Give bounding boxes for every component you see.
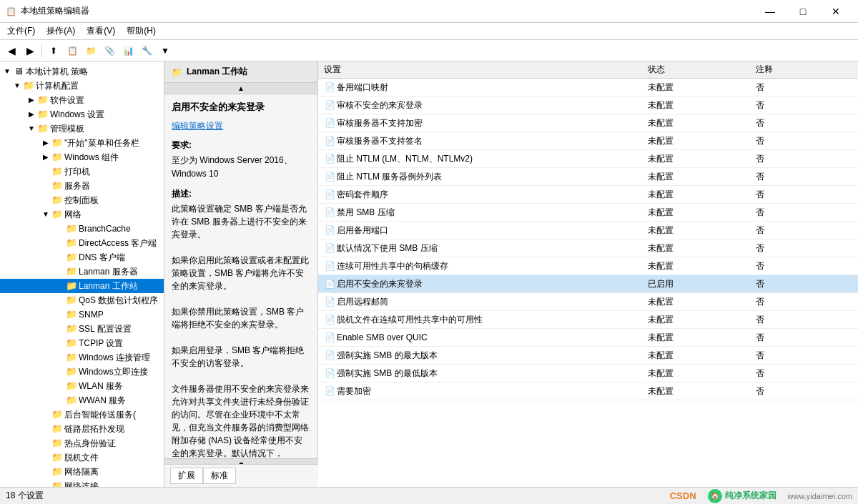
toolbar-btn-chart[interactable]: 📊 [119, 42, 137, 59]
tree-network[interactable]: ▼ 📁 网络 [0, 207, 164, 222]
table-row[interactable]: 📄禁用 SMB 压缩 未配置 否 [318, 204, 858, 222]
setting-status: 未配置 [642, 186, 750, 204]
tree-icon-qos: 📁 [66, 295, 77, 305]
table-row[interactable]: 📄启用备用端口 未配置 否 [318, 222, 858, 239]
tree-lltd[interactable]: 📁 链路层拓扑发现 [0, 422, 164, 436]
tree-dns-client[interactable]: 📁 DNS 客户端 [0, 250, 164, 265]
tab-extended[interactable]: 扩展 [170, 468, 203, 484]
settings-table: 设置 状态 注释 📄备用端口映射 未配置 否 📄审核不安全的来宾登录 未配置 否… [318, 61, 858, 400]
setting-name: 📄阻止 NTLM (LM、NTLM、NTLMv2) [318, 150, 642, 168]
app-icon: 📋 [6, 6, 16, 16]
tree-icon-bits: 📁 [51, 410, 63, 420]
table-row[interactable]: 📄阻止 NTLM 服务器例外列表 未配置 否 [318, 168, 858, 186]
setting-note: 否 [750, 132, 858, 150]
tabs-row: 扩展 标准 [164, 464, 318, 487]
policy-link[interactable]: 编辑策略设置 [172, 121, 223, 131]
setting-icon: 📄 [324, 243, 335, 253]
table-row[interactable]: 📄需要加密 未配置 否 [318, 382, 858, 400]
setting-icon: 📄 [324, 189, 335, 199]
close-button[interactable]: ✕ [819, 0, 852, 23]
table-row[interactable]: 📄Enable SMB over QUIC 未配置 否 [318, 329, 858, 347]
tree-directaccess[interactable]: 📁 DirectAccess 客户端 [0, 236, 164, 250]
table-row[interactable]: 📄强制实施 SMB 的最低版本 未配置 否 [318, 365, 858, 382]
tree-net-isolation[interactable]: 📁 网络隔离 [0, 465, 164, 479]
menu-action[interactable]: 操作(A) [42, 24, 79, 39]
setting-status: 未配置 [642, 150, 750, 168]
toolbar-btn-show[interactable]: ⬆ [45, 42, 62, 59]
tree-offline-files[interactable]: 📁 脱机文件 [0, 450, 164, 465]
tree-label-wc: Windows 组件 [64, 151, 119, 164]
tree-toggle-dns [54, 251, 66, 264]
tree-win-settings[interactable]: ▶ 📁 Windows 设置 [0, 107, 164, 122]
toolbar-btn-filter[interactable]: ▼ [157, 42, 174, 59]
tree-snmp[interactable]: 📁 SNMP [0, 307, 164, 322]
tree-server[interactable]: 📁 服务器 [0, 179, 164, 193]
tree-label-wwan: WWAN 服务 [79, 394, 126, 407]
toolbar-back[interactable]: ◀ [3, 42, 20, 59]
table-row[interactable]: 📄阻止 NTLM (LM、NTLM、NTLMv2) 未配置 否 [318, 150, 858, 168]
tree-toggle-da [54, 237, 66, 249]
setting-name: 📄禁用 SMB 压缩 [318, 204, 642, 222]
table-row[interactable]: 📄默认情况下使用 SMB 压缩 未配置 否 [318, 239, 858, 257]
tree-net-connection[interactable]: 📁 网络连接 [0, 479, 164, 487]
middle-content: 启用不安全的来宾登录 编辑策略设置 要求: 至少为 Windows Server… [164, 94, 317, 487]
setting-icon: 📄 [324, 172, 335, 182]
tree-computer-config[interactable]: ▼ 📁 计算机配置 [0, 79, 164, 93]
tree-start-menu[interactable]: ▶ 📁 "开始"菜单和任务栏 [0, 136, 164, 150]
setting-note: 否 [750, 222, 858, 239]
table-row[interactable]: 📄强制实施 SMB 的最大版本 未配置 否 [318, 347, 858, 365]
tree-win-connection-mgr[interactable]: 📁 Windows 连接管理 [0, 350, 164, 365]
table-row[interactable]: 📄密码套件顺序 未配置 否 [318, 186, 858, 204]
tree-panel[interactable]: ▼ 🖥 本地计算机 策略 ▼ 📁 计算机配置 ▶ 📁 软件设置 ▶ 📁 Wind… [0, 61, 164, 487]
tree-qos[interactable]: 📁 QoS 数据包计划程序 [0, 293, 164, 307]
tree-wlan[interactable]: 📁 WLAN 服务 [0, 379, 164, 393]
tree-ssl[interactable]: 📁 SSL 配置设置 [0, 322, 164, 336]
tree-software-settings[interactable]: ▶ 📁 软件设置 [0, 93, 164, 107]
tree-bits[interactable]: 📁 后台智能传送服务( [0, 407, 164, 422]
tree-control-panel[interactable]: 📁 控制面板 [0, 193, 164, 207]
menu-file[interactable]: 文件(F) [3, 24, 39, 39]
tree-hotspot[interactable]: 📁 热点身份验证 [0, 436, 164, 450]
tree-toggle-wlan [54, 380, 66, 392]
toolbar-forward[interactable]: ▶ [21, 42, 39, 59]
tree-win-instant-connect[interactable]: 📁 Windows立即连接 [0, 365, 164, 379]
toolbar-btn-export[interactable]: 📋 [64, 42, 81, 59]
tree-label-root: 本地计算机 策略 [26, 65, 88, 78]
tab-standard[interactable]: 标准 [203, 468, 236, 484]
setting-note: 否 [750, 114, 858, 132]
table-row[interactable]: 📄审核不安全的来宾登录 未配置 否 [318, 97, 858, 114]
table-row[interactable]: 📄备用端口映射 未配置 否 [318, 79, 858, 97]
table-row[interactable]: 📄审核服务器不支持加密 未配置 否 [318, 114, 858, 132]
menu-bar: 文件(F) 操作(A) 查看(V) 帮助(H) [0, 23, 858, 40]
tree-root[interactable]: ▼ 🖥 本地计算机 策略 [0, 64, 164, 79]
menu-help[interactable]: 帮助(H) [122, 24, 160, 39]
tree-icon-lw: 📁 [66, 281, 77, 291]
toolbar-btn-link[interactable]: 📎 [101, 42, 118, 59]
tree-tcpip[interactable]: 📁 TCPIP 设置 [0, 336, 164, 350]
scroll-up-arrow[interactable]: ▲ [237, 84, 245, 92]
tree-wwan[interactable]: 📁 WWAN 服务 [0, 393, 164, 407]
menu-view[interactable]: 查看(V) [82, 24, 119, 39]
watermark-logo: 🏠 纯净系统家园 [708, 489, 776, 503]
setting-icon: 📄 [324, 297, 335, 307]
toolbar-btn-folder[interactable]: 📁 [82, 42, 99, 59]
table-row[interactable]: 📄审核服务器不支持签名 未配置 否 [318, 132, 858, 150]
tree-win-components[interactable]: ▶ 📁 Windows 组件 [0, 150, 164, 164]
tree-label-sm: "开始"菜单和任务栏 [64, 137, 139, 149]
setting-status: 未配置 [642, 132, 750, 150]
toolbar-btn-settings[interactable]: 🔧 [138, 42, 155, 59]
table-row[interactable]: 📄启用远程邮简 未配置 否 [318, 293, 858, 311]
maximize-button[interactable]: □ [786, 0, 819, 23]
table-row[interactable]: 📄脱机文件在连续可用性共享中的可用性 未配置 否 [318, 311, 858, 329]
tree-label-snmp: SNMP [79, 308, 104, 321]
tree-lanman-workstation[interactable]: 📁 Lanman 工作站 [0, 279, 164, 293]
setting-note: 否 [750, 293, 858, 311]
table-row[interactable]: 📄启用不安全的来宾登录 已启用 否 [318, 275, 858, 293]
minimize-button[interactable]: — [754, 0, 786, 23]
tree-toggle-wcm [54, 351, 66, 364]
tree-printer[interactable]: 📁 打印机 [0, 164, 164, 179]
tree-lanman-server[interactable]: 📁 Lanman 服务器 [0, 265, 164, 279]
tree-admin-templates[interactable]: ▼ 📁 管理模板 [0, 122, 164, 136]
table-row[interactable]: 📄连续可用性共享中的句柄缓存 未配置 否 [318, 257, 858, 275]
tree-branchcache[interactable]: 📁 BranchCache [0, 222, 164, 236]
